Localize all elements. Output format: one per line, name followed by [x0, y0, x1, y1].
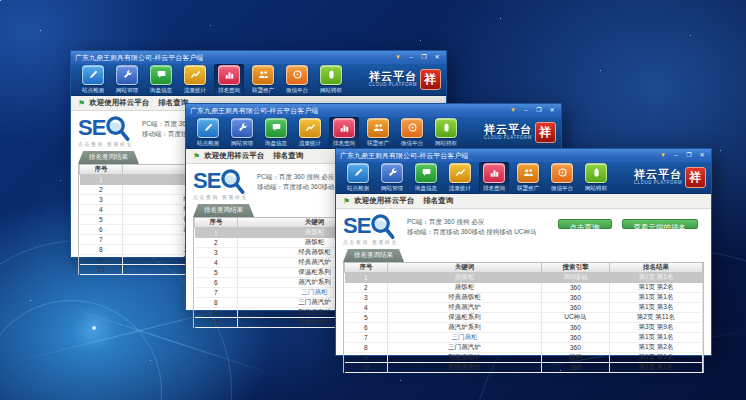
main-toolbar: 站点检测网站管理询盘信息流量统计排名查询联盟推广微信平台网站特权 祥云平台 CL… — [186, 117, 561, 149]
title-bar[interactable]: 广东九鼎王厨具有限公司-祥云平台客户端 ▼ – ❐ ✕ — [336, 149, 711, 162]
toolbar-item-label: 询盘信息 — [265, 139, 287, 147]
toolbar-item-traffic-stats[interactable]: 流量统计 — [180, 64, 210, 96]
tab-rank-results[interactable]: 排名查询结果 — [78, 151, 139, 164]
table-row[interactable]: 8三门蒸汽炉360第1页 第2名 — [345, 343, 703, 353]
close-button[interactable]: ✕ — [547, 106, 557, 115]
toolbar-item-site-check[interactable]: 站点检测 — [193, 117, 223, 149]
maximize-button[interactable]: ❐ — [534, 106, 544, 115]
toolbar-item-label: 流量统计 — [299, 139, 321, 147]
toolbar-item-label: 微信平台 — [286, 86, 308, 94]
seo-wordmark: SE — [193, 170, 220, 192]
brand-subtitle: CLOUD PLATFORM — [634, 181, 682, 186]
minimize-button[interactable]: – — [671, 151, 681, 160]
toolbar-item-label: 微信平台 — [401, 139, 423, 147]
toolbar-item-label: 询盘信息 — [150, 86, 172, 94]
header-keyword: 关键词 — [387, 263, 541, 273]
toolbar-item-site-check[interactable]: 站点检测 — [343, 162, 373, 194]
toolbar-item-site-manage[interactable]: 网站管理 — [112, 64, 142, 96]
cell-serial: 7 — [345, 333, 388, 343]
brand-name: 祥云平台 — [369, 71, 417, 82]
site-privilege-icon — [435, 118, 457, 138]
toolbar-item-inquiry-chat[interactable]: 询盘信息 — [411, 162, 441, 194]
title-bar[interactable]: 广东九鼎王厨具有限公司-祥云平台客户端 ▼ – ❐ ✕ — [71, 51, 446, 64]
toolbar-item-inquiry-chat[interactable]: 询盘信息 — [146, 64, 176, 96]
cell-rank: 第1页 第1名 — [609, 363, 702, 373]
inquiry-chat-icon — [265, 118, 287, 138]
toolbar-item-site-privilege[interactable]: 网站特权 — [316, 64, 346, 96]
toolbar-item-label: 联盟推广 — [367, 139, 389, 147]
maximize-button[interactable]: ❐ — [684, 151, 694, 160]
cell-serial: 4 — [195, 258, 238, 268]
site-manage-icon — [381, 163, 403, 183]
view-cloud-rank-button[interactable]: 查看云端的排名 — [622, 219, 699, 229]
toolbar-item-alliance-promo[interactable]: 联盟推广 — [248, 64, 278, 96]
toolbar-item-site-privilege[interactable]: 网站特权 — [581, 162, 611, 194]
inquiry-chat-icon — [415, 163, 437, 183]
close-button[interactable]: ✕ — [697, 151, 707, 160]
brand-name: 祥云平台 — [634, 169, 682, 180]
table-row[interactable]: 4经典蒸汽炉360第1页 第3名 — [345, 303, 703, 313]
query-button[interactable]: 点击查询 — [558, 219, 612, 229]
cell-rank: 第3页 第9名 — [609, 323, 702, 333]
cell-engine: UC神马 — [541, 313, 609, 323]
cell-serial: 3 — [195, 248, 238, 258]
breadcrumb-section: 排名查询 — [423, 196, 453, 206]
tab-rank-results[interactable]: 排名查询结果 — [343, 249, 404, 262]
engine-list: PC端：百度 360 搜狗 必应 移动端：百度移动 360移动 搜狗移动 UC神… — [407, 217, 537, 246]
window-title: 广东九鼎王厨具有限公司-祥云平台客户端 — [75, 53, 203, 63]
table-row[interactable]: 10智能煮面炉360第1页 第1名 — [345, 363, 703, 373]
toolbar-item-label: 流量统计 — [184, 86, 206, 94]
seo-logo: SE 点击查询 查看排名 — [343, 214, 398, 246]
engine-line-pc: PC端：百度 360 搜狗 必应 — [407, 217, 537, 227]
brand-logo: 祥云平台 CLOUD PLATFORM 祥 — [634, 167, 706, 188]
seo-slogan: 点击查询 查看排名 — [193, 194, 248, 200]
toolbar-item-site-manage[interactable]: 网站管理 — [227, 117, 257, 149]
brand-badge-icon: 祥 — [535, 122, 556, 143]
toolbar-item-rank-query[interactable]: 排名查询 — [479, 162, 509, 194]
seo-slogan: 点击查询 查看排名 — [343, 239, 398, 245]
cell-serial: 1 — [345, 273, 388, 283]
toolbar-item-inquiry-chat[interactable]: 询盘信息 — [261, 117, 291, 149]
cell-serial: 9 — [80, 255, 123, 265]
table-header-row: 序号 关键词 搜索引擎 排名结果 — [345, 263, 703, 273]
maximize-button[interactable]: ❐ — [419, 53, 429, 62]
site-check-icon — [347, 163, 369, 183]
minimize-button[interactable]: – — [521, 106, 531, 115]
cell-serial: 8 — [80, 245, 123, 255]
toolbar-item-alliance-promo[interactable]: 联盟推广 — [363, 117, 393, 149]
skin-menu-button[interactable]: ▼ — [658, 151, 668, 160]
toolbar-item-wechat-platform[interactable]: 微信平台 — [547, 162, 577, 194]
title-bar[interactable]: 广东九鼎王厨具有限公司-祥云平台客户端 ▼ – ❐ ✕ — [186, 104, 561, 117]
table-row[interactable]: 9智能煮面炉搜狗第1页 第1名 — [345, 353, 703, 363]
skin-menu-button[interactable]: ▼ — [393, 53, 403, 62]
toolbar-item-traffic-stats[interactable]: 流量统计 — [445, 162, 475, 194]
toolbar-item-alliance-promo[interactable]: 联盟推广 — [513, 162, 543, 194]
tab-rank-results[interactable]: 排名查询结果 — [193, 204, 254, 217]
minimize-button[interactable]: – — [406, 53, 416, 62]
table-row[interactable]: 3经典蒸饭柜360第1页 第1名 — [345, 293, 703, 303]
toolbar-item-site-check[interactable]: 站点检测 — [78, 64, 108, 96]
table-row[interactable]: 1蒸饭柜360移动第1页 第1名 — [345, 273, 703, 283]
inquiry-chat-icon — [150, 65, 172, 85]
cell-keyword: 经典蒸饭柜 — [387, 293, 541, 303]
breadcrumb-section: 排名查询 — [273, 151, 303, 161]
toolbar-item-label: 网站管理 — [116, 86, 138, 94]
table-row[interactable]: 2蒸饭柜360第1页 第2名 — [345, 283, 703, 293]
brand-name: 祥云平台 — [484, 124, 532, 135]
toolbar-item-wechat-platform[interactable]: 微信平台 — [397, 117, 427, 149]
toolbar-item-site-manage[interactable]: 网站管理 — [377, 162, 407, 194]
skin-menu-button[interactable]: ▼ — [508, 106, 518, 115]
cell-keyword: 保温柜系列 — [387, 313, 541, 323]
brand-logo: 祥云平台 CLOUD PLATFORM 祥 — [369, 69, 441, 90]
table-row[interactable]: 7三门蒸柜360第1页 第1名 — [345, 333, 703, 343]
cell-keyword: 经典蒸汽炉 — [387, 303, 541, 313]
table-row[interactable]: 5保温柜系列UC神马第2页 第11名 — [345, 313, 703, 323]
toolbar-item-rank-query[interactable]: 排名查询 — [329, 117, 359, 149]
alliance-promo-icon — [517, 163, 539, 183]
table-row[interactable]: 6蒸汽炉系列360第3页 第9名 — [345, 323, 703, 333]
close-button[interactable]: ✕ — [432, 53, 442, 62]
toolbar-item-traffic-stats[interactable]: 流量统计 — [295, 117, 325, 149]
toolbar-item-rank-query[interactable]: 排名查询 — [214, 64, 244, 96]
toolbar-item-wechat-platform[interactable]: 微信平台 — [282, 64, 312, 96]
toolbar-item-site-privilege[interactable]: 网站特权 — [431, 117, 461, 149]
